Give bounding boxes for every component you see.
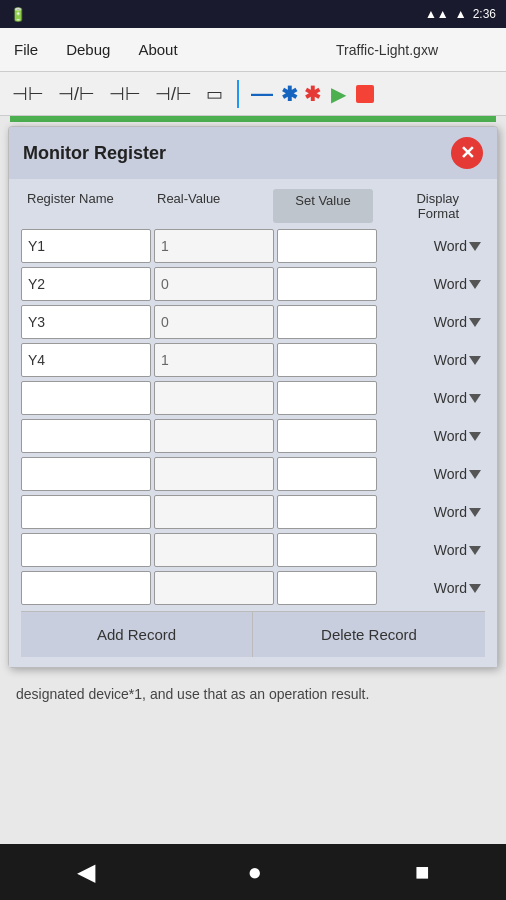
status-bar-right: ▲▲ ▲ 2:36 [425,7,496,21]
nav-recent-button[interactable]: ■ [415,858,430,886]
table-row: Word [21,343,485,377]
display-format-dropdown-arrow[interactable] [469,584,481,593]
cross-red-icon[interactable]: ✱ [304,82,321,106]
add-record-button[interactable]: Add Record [21,612,253,657]
set-value-input[interactable] [277,571,377,605]
display-format-dropdown-arrow[interactable] [469,394,481,403]
set-value-input[interactable] [277,419,377,453]
display-format-dropdown-arrow[interactable] [469,356,481,365]
register-name-input[interactable] [21,571,151,605]
set-value-input[interactable] [277,457,377,491]
nav-home-button[interactable]: ● [248,858,263,886]
dialog-footer: Add Record Delete Record [21,611,485,657]
display-format-label: Word [434,542,467,558]
real-value-input[interactable] [154,495,274,529]
display-format-cell: Word [380,276,485,292]
register-name-input[interactable] [21,381,151,415]
display-format-label: Word [434,314,467,330]
display-format-label: Word [434,352,467,368]
real-value-input[interactable] [154,381,274,415]
display-format-label: Word [434,580,467,596]
real-value-input[interactable] [154,571,274,605]
ladder-contact-icon[interactable]: ⊣⊢ [8,81,48,107]
delete-record-button[interactable]: Delete Record [253,612,485,657]
dialog-close-button[interactable]: ✕ [451,137,483,169]
register-name-input[interactable] [21,343,151,377]
battery-icon: 🔋 [10,7,26,22]
set-value-input[interactable] [277,495,377,529]
display-format-label: Word [434,504,467,520]
real-value-input[interactable] [154,267,274,301]
table-row: Word [21,267,485,301]
display-format-dropdown-arrow[interactable] [469,242,481,251]
display-format-cell: Word [380,542,485,558]
wifi-icon: ▲ [455,7,467,21]
table-row: Word [21,419,485,453]
display-format-cell: Word [380,238,485,254]
table-row: Word [21,305,485,339]
app-title: Traffic-Light.gxw [336,42,438,58]
register-name-input[interactable] [21,267,151,301]
real-value-input[interactable] [154,419,274,453]
ladder-box-icon[interactable]: ▭ [202,81,227,107]
menu-debug[interactable]: Debug [60,37,116,62]
menu-file[interactable]: File [8,37,44,62]
run-icon[interactable]: ▶ [327,80,350,108]
register-name-input[interactable] [21,533,151,567]
toolbar-divider [237,80,239,108]
table-row: Word [21,571,485,605]
ladder-ncoil-icon[interactable]: ⊣/⊢ [151,81,196,107]
signal-icon: ▲▲ [425,7,449,21]
display-format-label: Word [434,276,467,292]
real-value-input[interactable] [154,305,274,339]
ladder-ncontact-icon[interactable]: ⊣/⊢ [54,81,99,107]
register-name-input[interactable] [21,495,151,529]
dialog-header: Monitor Register ✕ [9,127,497,179]
register-name-input[interactable] [21,229,151,263]
set-value-input[interactable] [277,381,377,415]
menu-about[interactable]: About [132,37,183,62]
display-format-dropdown-arrow[interactable] [469,470,481,479]
real-value-input[interactable] [154,533,274,567]
background-text: designated device*1, and use that as an … [0,672,506,717]
display-format-cell: Word [380,504,485,520]
display-format-dropdown-arrow[interactable] [469,546,481,555]
menu-bar-left: File Debug About [8,37,184,62]
ladder-coil-icon[interactable]: ⊣⊢ [105,81,145,107]
display-format-dropdown-arrow[interactable] [469,318,481,327]
display-format-label: Word [434,466,467,482]
set-value-input[interactable] [277,267,377,301]
stop-icon[interactable] [356,85,374,103]
display-format-cell: Word [380,314,485,330]
set-value-input[interactable] [277,533,377,567]
register-name-input[interactable] [21,419,151,453]
display-format-label: Word [434,390,467,406]
real-value-input[interactable] [154,343,274,377]
monitor-register-dialog: Monitor Register ✕ Register Name Real-Va… [8,126,498,668]
dialog-body: Register Name Real-Value Set Value Displ… [9,179,497,667]
display-format-cell: Word [380,428,485,444]
display-format-dropdown-arrow[interactable] [469,432,481,441]
col-register-name: Register Name [23,189,153,223]
display-format-dropdown-arrow[interactable] [469,508,481,517]
real-value-input[interactable] [154,229,274,263]
column-headers: Register Name Real-Value Set Value Displ… [21,189,485,223]
table-row: Word [21,229,485,263]
bg-text-content: designated device*1, and use that as an … [16,686,369,702]
display-format-cell: Word [380,390,485,406]
set-value-input[interactable] [277,305,377,339]
display-format-dropdown-arrow[interactable] [469,280,481,289]
set-value-input[interactable] [277,229,377,263]
set-value-input[interactable] [277,343,377,377]
real-value-input[interactable] [154,457,274,491]
wire-icon[interactable]: — [251,81,273,107]
toolbar: ⊣⊢ ⊣/⊢ ⊣⊢ ⊣/⊢ ▭ — ✱ ✱ ▶ [0,72,506,116]
cross-blue-icon[interactable]: ✱ [281,82,298,106]
nav-back-button[interactable]: ◀ [77,858,95,886]
display-format-label: Word [434,428,467,444]
register-rows-container: WordWordWordWordWordWordWordWordWordWord [21,229,485,605]
register-name-input[interactable] [21,305,151,339]
dialog-title: Monitor Register [23,143,166,164]
register-name-input[interactable] [21,457,151,491]
display-format-label: Word [434,238,467,254]
